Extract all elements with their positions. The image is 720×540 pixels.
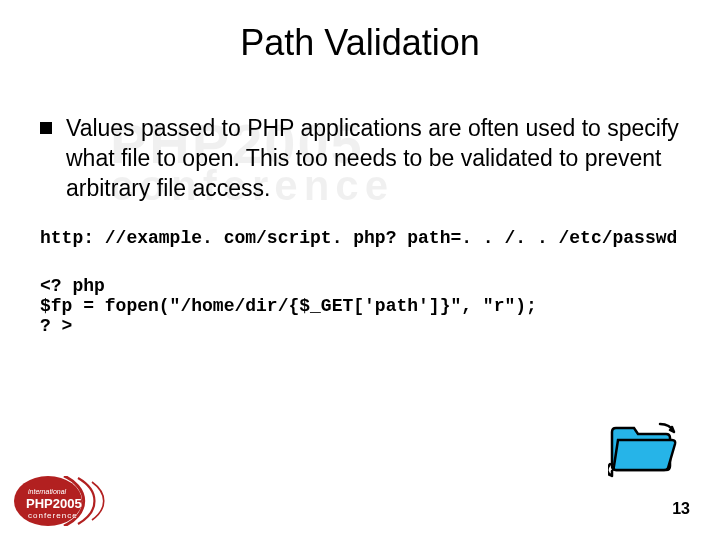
conference-logo: international PHP2005 conference: [14, 476, 144, 526]
php-code-block: <? php $fp = fopen("/home/dir/{$_GET['pa…: [40, 276, 680, 336]
bullet-text: Values passed to PHP applications are of…: [66, 114, 680, 204]
code-line-1: <? php: [40, 276, 680, 296]
logo-bot-text: conference: [28, 511, 78, 520]
slide-title: Path Validation: [0, 0, 720, 64]
code-line-3: ? >: [40, 316, 680, 336]
bullet-square-icon: [40, 122, 52, 134]
url-example: http: //example. com/script. php? path=.…: [40, 228, 680, 248]
page-number: 13: [672, 500, 690, 518]
slide-content: Values passed to PHP applications are of…: [0, 64, 720, 336]
folder-icon: [608, 418, 682, 478]
code-line-2: $fp = fopen("/home/dir/{$_GET['path']}",…: [40, 296, 680, 316]
bullet-item: Values passed to PHP applications are of…: [40, 114, 680, 204]
logo-top-text: international: [28, 488, 67, 495]
logo-mid-text: PHP2005: [26, 496, 82, 511]
